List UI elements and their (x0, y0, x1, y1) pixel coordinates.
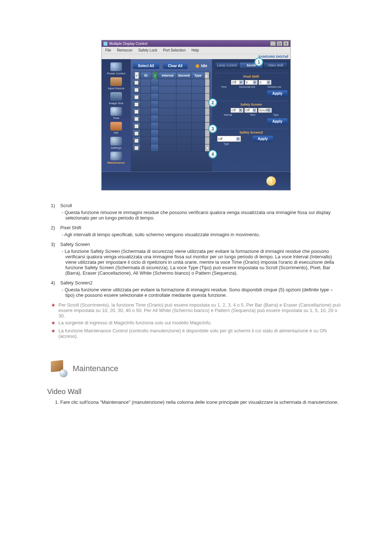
ic-power-icon (110, 62, 122, 71)
checkbox[interactable] (134, 95, 139, 99)
table-row[interactable] (133, 130, 210, 137)
checkbox[interactable] (134, 81, 139, 85)
ic-pip-icon (110, 122, 122, 131)
center-panel: Select All Clear All Idle ✓ ID ✓ Interva… (131, 59, 212, 172)
menu-bar: File Remocon Safety Lock Port Selection … (102, 47, 290, 54)
doc-item: 1)Scroll (51, 203, 341, 208)
safety-screen-time[interactable]: Off▾ (244, 108, 257, 113)
table-row[interactable] (133, 86, 210, 94)
col-type[interactable]: Type (191, 72, 205, 79)
pixel-shift-time[interactable]: Off▾ (231, 80, 244, 85)
checkbox[interactable] (134, 110, 139, 114)
menu-safety-lock[interactable]: Safety Lock (135, 48, 160, 53)
sidebar-item-settings[interactable]: Settings (105, 137, 127, 149)
menu-port-selection[interactable]: Port Selection (160, 48, 188, 53)
sidebar-label: PIP (105, 131, 127, 135)
table-row[interactable] (133, 123, 210, 130)
note-line: ✶La sorgente di ingresso di MagicInfo fu… (51, 320, 341, 327)
select-all-button[interactable]: Select All (133, 63, 159, 69)
checkbox[interactable] (134, 146, 139, 150)
brand-bar: SAMSUNG DIGITall (102, 54, 290, 59)
col-id[interactable]: ID (141, 72, 151, 79)
sidebar-item-image-size[interactable]: Image Size (105, 92, 127, 105)
doc-item-body: - Agli intervalli di tempo specificati, … (62, 232, 341, 237)
sidebar-item-maintenance[interactable]: Maintenance (105, 152, 127, 164)
idle-label: Idle (201, 64, 207, 68)
checkbox[interactable] (134, 88, 139, 92)
doc-item: 4)Safety Screen2 (51, 280, 341, 286)
right-tabs: Lamp Control Scroll Video Wall (215, 62, 287, 69)
right-panel: 1 Lamp Control Scroll Video Wall Pixel S… (212, 59, 290, 172)
pixel-shift-group: Pixel Shift Off▾ 0▾ 0▾ Time Horizontal D… (215, 73, 287, 97)
scroll-down-icon[interactable]: ▾ (205, 144, 210, 151)
section-maintenance: Maintenance (51, 361, 341, 377)
sidebar-item-time[interactable]: Time (105, 107, 127, 120)
table-row[interactable]: ▾ (133, 144, 210, 152)
ic-maint-icon (110, 152, 122, 160)
steps-list: Fare clic sull'icona "Maintenance" (manu… (51, 399, 341, 405)
section-title: Maintenance (73, 364, 118, 373)
safety-screen2-apply[interactable]: Apply (253, 136, 273, 142)
safety-screen-interval[interactable]: Off▾ (230, 108, 244, 113)
title-bar: Multiple Display Control _ ▢ X (102, 40, 290, 47)
main-body: Power ControlInput SourceImage SizeTimeP… (102, 59, 290, 172)
window-title: Multiple Display Control (109, 42, 147, 46)
safety-screen2-title: Safety Screen2 (215, 131, 287, 134)
table-row[interactable] (133, 137, 210, 144)
pixel-shift-vline[interactable]: 0▾ (258, 80, 271, 85)
ic-image-icon (110, 92, 122, 101)
clear-all-button[interactable]: Clear All (163, 63, 188, 69)
table-row[interactable] (133, 101, 210, 108)
maximize-button[interactable]: ▢ (277, 41, 282, 46)
scroll-up-icon[interactable]: ▴ (205, 72, 209, 79)
table-body: ▾ (133, 79, 210, 152)
sidebar-label: Settings (105, 146, 127, 149)
menu-help[interactable]: Help (188, 48, 202, 53)
col-check2[interactable]: ✓ (151, 72, 159, 79)
brand-text: SAMSUNG DIGITall (258, 55, 288, 58)
idle-indicator: Idle (196, 64, 207, 68)
document-content: 1)Scroll- Questa funzione rimuove le imm… (22, 190, 370, 405)
checkbox[interactable] (134, 131, 139, 136)
sidebar-item-input-source[interactable]: Input Source (105, 77, 127, 90)
ic-input-icon (110, 77, 122, 86)
checkbox[interactable] (134, 117, 139, 121)
sidebar-label: Time (105, 116, 127, 120)
col-interval[interactable]: Interval (159, 72, 177, 79)
safety-screen-group: Safety Screen Off▾ Off▾ Scroll▾ Interval… (215, 101, 287, 124)
table-row[interactable] (133, 79, 210, 86)
tab-lamp-control[interactable]: Lamp Control (215, 62, 239, 68)
table-header: ✓ ID ✓ Interval Second Type ▴ (133, 72, 210, 79)
tab-video-wall[interactable]: Video Wall (263, 62, 287, 68)
safety-screen-type[interactable]: Scroll▾ (258, 108, 272, 113)
minimize-button[interactable]: _ (270, 41, 276, 46)
sidebar-label: Maintenance (105, 161, 127, 164)
table-row[interactable] (133, 115, 210, 123)
close-button[interactable]: X (283, 41, 289, 46)
doc-item-body: - Questa funzione viene utilizzata per e… (62, 287, 341, 298)
checkbox[interactable] (134, 124, 139, 128)
pixel-shift-apply[interactable]: Apply (267, 90, 287, 97)
sidebar-item-power-control[interactable]: Power Control (105, 62, 127, 75)
safety-screen-apply[interactable]: Apply (267, 118, 287, 124)
idle-dot-icon (196, 64, 199, 68)
checkbox[interactable] (134, 102, 139, 107)
table-row[interactable] (133, 108, 210, 115)
pixel-shift-hdot[interactable]: 0▾ (245, 80, 258, 85)
checkbox[interactable] (134, 139, 139, 143)
menu-remocon[interactable]: Remocon (114, 48, 135, 53)
sidebar-item-pip[interactable]: PIP (105, 122, 127, 135)
step-1: Fare clic sull'icona "Maintenance" (manu… (60, 399, 341, 405)
col-check[interactable]: ✓ (133, 72, 141, 79)
maintenance-section-icon (51, 361, 67, 377)
info-icon[interactable]: ! (266, 176, 276, 186)
app-icon (103, 41, 108, 46)
doc-item: 2)Pixel Shift (51, 225, 341, 230)
sidebar-label: Power Control (105, 72, 127, 75)
col-second[interactable]: Second (177, 72, 192, 79)
safety-screen2-type[interactable]: Off▾ (217, 136, 241, 142)
table-row[interactable] (133, 94, 210, 101)
star-icon: ✶ (51, 328, 56, 335)
marker-2: 2 (208, 98, 217, 107)
menu-file[interactable]: File (102, 48, 114, 53)
